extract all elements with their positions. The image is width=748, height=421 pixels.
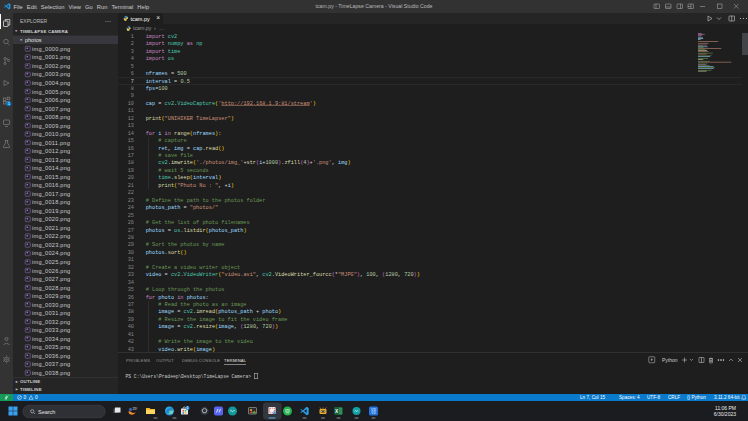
svg-text:25°: 25° bbox=[133, 407, 138, 411]
svg-text:0: 0 bbox=[24, 395, 27, 400]
svg-text:V2: V2 bbox=[371, 411, 375, 415]
svg-text:0: 0 bbox=[35, 395, 38, 400]
svg-text:1: 1 bbox=[187, 406, 189, 410]
